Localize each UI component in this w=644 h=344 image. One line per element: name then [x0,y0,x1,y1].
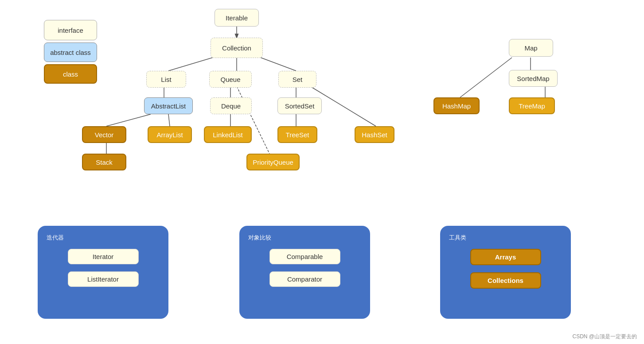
svg-line-3 [261,58,296,71]
panel-compare: 对象比较 Comparable Comparator [239,226,370,319]
svg-line-8 [168,114,170,126]
svg-line-7 [106,114,151,126]
panel-compare-title: 对象比较 [248,234,361,242]
node-stack: Stack [82,154,126,170]
node-list: List [146,71,186,88]
node-hashmap: HashMap [433,97,480,114]
node-priorityqueue: PriorityQueue [246,154,300,170]
node-hashset: HashSet [355,126,394,143]
watermark: CSDN @山顶是一定要去的 [572,333,637,340]
svg-line-1 [168,58,213,71]
node-treeset: TreeSet [277,126,317,143]
node-queue: Queue [209,71,252,88]
legend-interface: interface [44,20,97,40]
node-collection: Collection [211,38,263,58]
panel-compare-item2: Comparator [269,271,340,287]
node-vector: Vector [82,126,126,143]
panel-iterator-title: 迭代器 [47,234,160,242]
panel-tools: 工具类 Arrays Collections [440,226,571,319]
panel-iterator-item2: ListIterator [68,271,139,287]
panel-tools-item2: Collections [470,272,541,289]
node-iterable: Iterable [215,9,259,27]
svg-line-13 [237,86,269,154]
node-sortedset: SortedSet [277,97,322,114]
node-arraylist: ArrayList [148,126,192,143]
node-sortedmap: SortedMap [509,70,558,87]
node-linkedlist: LinkedList [204,126,252,143]
panel-tools-item1: Arrays [470,249,541,265]
node-treemap: TreeMap [509,97,555,114]
node-set: Set [278,71,316,88]
node-abstractlist: AbstractList [144,97,193,114]
panel-iterator-item1: Iterator [68,249,139,264]
node-map: Map [509,39,553,57]
panel-tools-title: 工具类 [449,234,562,242]
svg-line-16 [460,58,512,97]
node-deque: Deque [210,97,252,114]
legend-class: class [44,64,97,84]
panel-iterator: 迭代器 Iterator ListIterator [38,226,168,319]
legend-abstract: abstract class [44,43,97,62]
panel-compare-item1: Comparable [269,249,340,264]
